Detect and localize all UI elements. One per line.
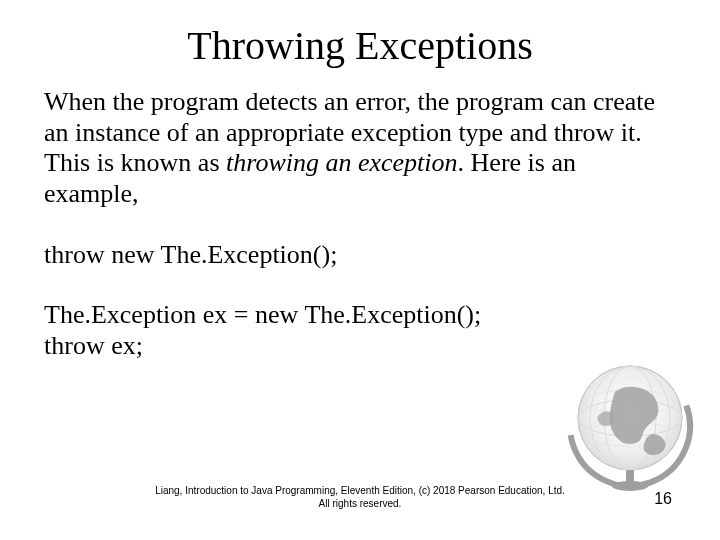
- footer-line-1: Liang, Introduction to Java Programming,…: [0, 485, 720, 498]
- code2-line1: The.Exception ex = new The.Exception();: [44, 300, 481, 329]
- code2-line2: throw ex;: [44, 331, 143, 360]
- globe-icon: [560, 352, 700, 492]
- svg-rect-9: [626, 470, 634, 486]
- footer-line-2: All rights reserved.: [0, 498, 720, 511]
- slide-body: When the program detects an error, the p…: [0, 87, 720, 362]
- intro-paragraph: When the program detects an error, the p…: [44, 87, 676, 210]
- intro-text-italic: throwing an exception: [226, 148, 458, 177]
- slide-title: Throwing Exceptions: [0, 0, 720, 87]
- code-example-1: throw new The.Exception();: [44, 240, 676, 271]
- page-number: 16: [654, 490, 672, 508]
- footer: Liang, Introduction to Java Programming,…: [0, 485, 720, 510]
- slide: Throwing Exceptions When the program det…: [0, 0, 720, 540]
